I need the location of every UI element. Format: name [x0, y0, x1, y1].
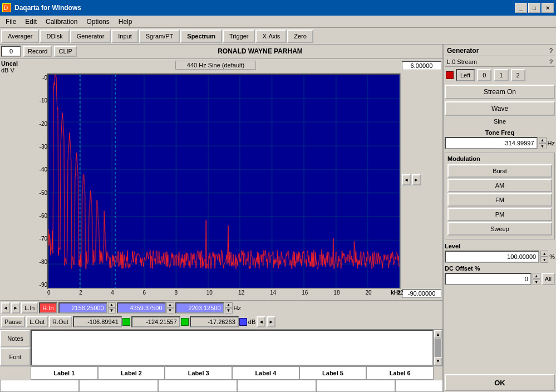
stream-on-button[interactable]: Stream On [445, 85, 555, 99]
x-tick-16: 16 [302, 290, 308, 296]
right-arrow-button[interactable]: ► [11, 302, 20, 313]
recording-title: RONALD WAYNE PARHAM [79, 47, 441, 55]
level-input[interactable] [445, 251, 539, 263]
dc-offset-input[interactable] [445, 273, 532, 285]
menu-file[interactable]: File [1, 17, 21, 27]
y-scroll-down[interactable]: ► [412, 174, 421, 185]
db-left-arrow[interactable]: ◄ [257, 316, 265, 327]
freq2-input[interactable] [117, 302, 166, 313]
am-button[interactable]: AM [447, 179, 552, 192]
label-header-6[interactable]: Label 6 [366, 366, 434, 380]
menu-help[interactable]: Help [114, 17, 137, 27]
tab-spectrum[interactable]: Spectrum [180, 30, 222, 43]
channel-lin-button[interactable]: L.In [21, 302, 38, 313]
tab-input[interactable]: Input [111, 30, 138, 43]
y-scroll-up[interactable]: ◄ [402, 174, 411, 185]
ch-0-button[interactable]: 0 [477, 69, 491, 81]
menu-bar: File Edit Calibration Options Help [0, 16, 556, 28]
hz-label: Hz [548, 140, 555, 146]
dc-down[interactable]: ▼ [533, 279, 540, 285]
scroll-down-button[interactable]: ▼ [434, 357, 442, 365]
channel-lout-button[interactable]: L.Out [26, 316, 48, 327]
clip-button[interactable]: CLIP [54, 46, 76, 57]
ch-1-button[interactable]: 1 [494, 69, 508, 81]
stream-help-button[interactable]: ? [549, 58, 553, 65]
generator-help-button[interactable]: ? [549, 47, 553, 54]
menu-options[interactable]: Options [82, 17, 114, 27]
menu-edit[interactable]: Edit [21, 17, 41, 27]
left-arrow-button[interactable]: ◄ [1, 302, 10, 313]
db1-input[interactable] [73, 316, 122, 327]
tab-trigger[interactable]: Trigger [223, 30, 255, 43]
tab-generator[interactable]: Generator [70, 30, 111, 43]
sweep-button[interactable]: Sweep [447, 222, 552, 236]
x-tick-20: 20 [366, 290, 372, 296]
pm-button[interactable]: PM [447, 208, 552, 221]
menu-calibration[interactable]: Calibration [41, 17, 82, 27]
label-header-1[interactable]: Label 1 [31, 366, 98, 380]
tab-sgram[interactable]: Sgram/PT [139, 30, 180, 43]
wave-button[interactable]: Wave [445, 101, 555, 116]
tab-xaxis[interactable]: X-Axis [255, 30, 287, 43]
fm-button[interactable]: FM [447, 193, 552, 207]
scroll-up-button[interactable]: ▲ [434, 330, 442, 338]
label-input-5[interactable] [316, 380, 395, 392]
db-unit-label: dB [248, 318, 255, 325]
close-button[interactable]: ✕ [542, 3, 554, 13]
notes-textarea[interactable] [31, 330, 434, 365]
tone-freq-up[interactable]: ▲ [539, 137, 547, 143]
freq3-input[interactable] [175, 302, 224, 313]
label-input-2[interactable] [79, 380, 158, 392]
freq3-up[interactable]: ▲ [225, 302, 233, 308]
burst-button[interactable]: Burst [447, 164, 552, 178]
ch-left-button[interactable]: Left [456, 69, 475, 81]
tone-freq-label: Tone Freq [445, 129, 555, 136]
all-button[interactable]: All [542, 273, 555, 285]
freq1-up[interactable]: ▲ [108, 302, 116, 308]
right-y-values: 6.00000 ◄ ► -90.00000 [401, 59, 442, 301]
tab-zero[interactable]: Zero [287, 30, 313, 43]
font-button[interactable]: Font [0, 347, 31, 365]
x-tick-18: 18 [333, 290, 339, 296]
freq1-input[interactable] [58, 302, 107, 313]
db-right-arrow[interactable]: ► [267, 316, 275, 327]
label-input-1[interactable] [0, 380, 79, 392]
level-down[interactable]: ▼ [540, 257, 548, 263]
pause-button[interactable]: Pause [1, 316, 25, 327]
minimize-button[interactable]: _ [515, 3, 527, 13]
level-up[interactable]: ▲ [540, 251, 548, 257]
label-header-2[interactable]: Label 2 [98, 366, 165, 380]
db2-input[interactable] [131, 316, 180, 327]
freq3-down[interactable]: ▼ [225, 308, 233, 313]
labels-spacer [0, 366, 31, 380]
label-header-5[interactable]: Label 5 [299, 366, 367, 380]
db3-input[interactable] [190, 316, 239, 327]
freq2-up[interactable]: ▲ [166, 302, 174, 308]
title-bar: D Daqarta for Windows _ □ ✕ [0, 0, 556, 16]
pct-label: % [549, 253, 555, 260]
dc-offset-label: DC Offset % [445, 265, 555, 272]
tab-averager[interactable]: Averager [1, 30, 39, 43]
maximize-button[interactable]: □ [528, 3, 540, 13]
ch-2-button[interactable]: 2 [511, 69, 525, 81]
tone-freq-input[interactable] [445, 137, 538, 149]
freq2-down[interactable]: ▼ [166, 308, 174, 313]
freq1-down[interactable]: ▼ [108, 308, 116, 313]
tab-ddisk[interactable]: DDisk [40, 30, 69, 43]
db2-group [131, 316, 189, 327]
label-input-3[interactable] [158, 380, 237, 392]
label-input-4[interactable] [237, 380, 316, 392]
label-header-3[interactable]: Label 3 [165, 366, 232, 380]
tone-freq-down[interactable]: ▼ [539, 143, 547, 149]
label-header-4[interactable]: Label 4 [232, 366, 299, 380]
channel-rout-button[interactable]: R.Out [49, 316, 72, 327]
channel-rin-button[interactable]: R.In [39, 302, 57, 313]
record-button[interactable]: Record [23, 46, 52, 57]
dc-up[interactable]: ▲ [533, 273, 540, 279]
y-value-top: 6.00000 [402, 61, 441, 70]
notes-button[interactable]: Notes [0, 330, 31, 347]
record-number-input[interactable] [1, 46, 21, 57]
x-tick-8: 8 [175, 290, 178, 296]
ok-button[interactable]: OK [445, 374, 555, 391]
generator-title-bar: Generator ? [445, 46, 555, 56]
